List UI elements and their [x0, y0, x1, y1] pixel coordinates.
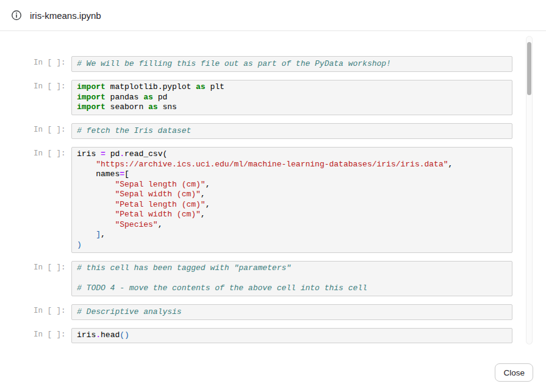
cell-prompt: In [ ]: [34, 80, 69, 91]
notebook-cell-row: In [ ]:# this cell has been tagged with … [34, 261, 512, 297]
notebook-preview-dialog: iris-kmeans.ipynb In [ ]:# We will be fi… [0, 0, 546, 392]
notebook-cell-row: In [ ]:# We will be filling this file ou… [34, 56, 512, 72]
scrollbar-thumb[interactable] [527, 42, 531, 95]
code-cell: iris = pd.read_csv( "https://archive.ics… [71, 147, 512, 253]
code-line: "Petal width (cm)", [77, 210, 507, 220]
cell-prompt: In [ ]: [34, 304, 69, 315]
notebook-cell-row: In [ ]:# fetch the Iris dataset [34, 123, 512, 139]
notebook-content: In [ ]:# We will be filling this file ou… [0, 31, 546, 351]
code-line: "Sepal length (cm)", [77, 180, 507, 190]
code-line: iris.head() [77, 330, 507, 341]
dialog-title: iris-kmeans.ipynb [30, 10, 101, 21]
code-line: import pandas as pd [77, 93, 507, 103]
dialog-header: iris-kmeans.ipynb [0, 0, 546, 31]
notebook-cell-row: In [ ]:iris.head() [34, 328, 512, 344]
code-cell: # We will be filling this file out as pa… [71, 56, 512, 72]
cell-prompt: In [ ]: [34, 56, 69, 67]
code-cell: # Descriptive analysis [71, 304, 512, 320]
cell-prompt: In [ ]: [34, 328, 69, 339]
code-cell: # this cell has been tagged with "parame… [71, 261, 512, 297]
code-line: iris = pd.read_csv( [77, 149, 507, 160]
code-line: import seaborn as sns [77, 102, 507, 113]
cell-prompt: In [ ]: [34, 261, 69, 272]
code-line: # We will be filling this file out as pa… [77, 59, 507, 69]
notebook-cell-row: In [ ]:# Descriptive analysis [34, 304, 512, 320]
code-line: "Species", [77, 220, 507, 230]
close-button[interactable]: Close [495, 363, 533, 382]
scrollbar-track[interactable] [526, 36, 533, 344]
notebook-cell-row: In [ ]:iris = pd.read_csv( "https://arch… [34, 147, 512, 253]
code-line: names=[ [77, 169, 507, 180]
code-cell: iris.head() [71, 328, 512, 344]
code-line: ], [77, 230, 507, 240]
code-line: ) [77, 240, 507, 251]
code-line: # this cell has been tagged with "parame… [77, 263, 507, 274]
code-line: # fetch the Iris dataset [77, 126, 507, 137]
code-line: # Descriptive analysis [77, 307, 507, 318]
code-line: "Sepal width (cm)", [77, 190, 507, 200]
code-cell: import matplotlib.pyplot as pltimport pa… [71, 80, 512, 116]
code-cell: # fetch the Iris dataset [71, 123, 512, 139]
cell-prompt: In [ ]: [34, 147, 69, 158]
code-line: "Petal length (cm)", [77, 200, 507, 210]
code-line: import matplotlib.pyplot as plt [77, 82, 507, 93]
notebook-cells: In [ ]:# We will be filling this file ou… [34, 56, 512, 343]
info-icon [11, 10, 22, 21]
notebook-cell-row: In [ ]:import matplotlib.pyplot as pltim… [34, 80, 512, 116]
code-line: "https://archive.ics.uci.edu/ml/machine-… [77, 160, 507, 170]
code-line: # TODO 4 - move the contents of the abov… [77, 283, 507, 294]
code-line [77, 274, 507, 284]
cell-prompt: In [ ]: [34, 123, 69, 134]
